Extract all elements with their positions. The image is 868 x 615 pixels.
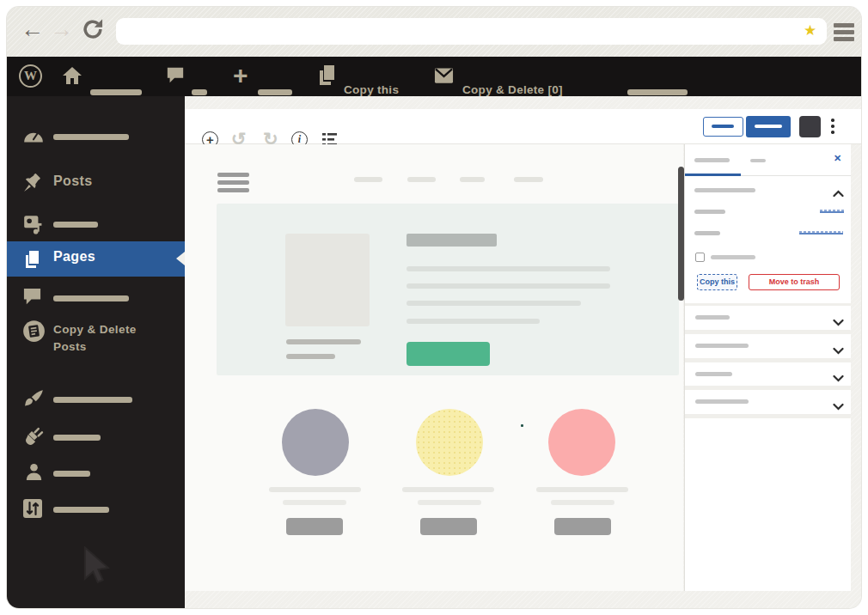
comment-bubble-icon[interactable] bbox=[166, 66, 185, 88]
admin-bar-copy-this[interactable]: Copy this bbox=[344, 83, 399, 96]
card-button[interactable] bbox=[420, 518, 477, 535]
plus-icon[interactable]: + bbox=[233, 61, 248, 90]
accordion-row[interactable] bbox=[685, 306, 851, 330]
field-value-link[interactable] bbox=[799, 231, 843, 234]
avatar-circle-yellow bbox=[416, 409, 483, 476]
checkbox[interactable] bbox=[695, 253, 705, 262]
site-name-placeholder[interactable] bbox=[90, 89, 142, 95]
text-line-placeholder bbox=[536, 487, 628, 492]
sidebar-posts-label: Posts bbox=[53, 174, 93, 189]
publish-button[interactable] bbox=[746, 116, 791, 137]
panel-scrollbar[interactable] bbox=[678, 167, 684, 301]
sidebar-item-posts[interactable]: Posts bbox=[7, 172, 185, 196]
plugin-icon bbox=[22, 426, 45, 448]
refresh-button[interactable] bbox=[81, 16, 105, 46]
admin-bar-copy-delete[interactable]: Copy & Delete [0] bbox=[462, 83, 563, 96]
kebab-menu-icon bbox=[831, 119, 834, 122]
menu-label-placeholder bbox=[53, 222, 98, 228]
image-placeholder bbox=[285, 234, 370, 326]
accordion-label-placeholder bbox=[695, 399, 749, 404]
wordpress-logo-icon[interactable]: W bbox=[19, 64, 42, 88]
forward-button[interactable]: → bbox=[50, 18, 73, 41]
new-item-placeholder[interactable] bbox=[258, 89, 292, 95]
sidebar-item-comments[interactable] bbox=[7, 287, 185, 311]
panel-copy-this-button[interactable]: Copy this bbox=[697, 274, 737, 290]
pages-icon bbox=[22, 249, 45, 271]
document-section: Copy this Move to trash bbox=[685, 176, 851, 303]
field-value-link[interactable] bbox=[820, 210, 844, 213]
settings-toggle-button[interactable] bbox=[799, 116, 821, 137]
panel-tabs: ✕ bbox=[685, 144, 851, 176]
sidebar-item-settings[interactable] bbox=[7, 498, 185, 522]
copy-pages-icon[interactable] bbox=[316, 64, 337, 90]
address-bar[interactable]: ★ bbox=[116, 18, 827, 45]
nav-link-placeholder bbox=[407, 177, 436, 182]
pushpin-icon bbox=[22, 172, 45, 194]
browser-menu-button[interactable] bbox=[834, 23, 854, 44]
comments-icon bbox=[22, 287, 45, 309]
menu-label-placeholder bbox=[53, 507, 109, 513]
menu-label-placeholder bbox=[53, 471, 90, 477]
chevron-down-icon bbox=[833, 370, 844, 378]
envelope-icon[interactable] bbox=[434, 67, 454, 88]
sidebar-item-media[interactable] bbox=[7, 213, 185, 237]
chevron-up-icon[interactable] bbox=[833, 186, 844, 193]
accordion-row[interactable] bbox=[685, 334, 851, 358]
avatar-circle-pink bbox=[548, 409, 615, 476]
screenshot-stage: ← → ★ W + bbox=[0, 0, 868, 615]
avatar-circle-purple bbox=[282, 409, 349, 476]
caption-placeholder bbox=[286, 339, 361, 344]
sidebar-item-copy-delete-posts[interactable]: Copy & Delete Posts bbox=[7, 320, 185, 364]
move-to-trash-button[interactable]: Move to trash bbox=[749, 274, 840, 290]
sidebar-item-users[interactable] bbox=[7, 462, 185, 486]
admin-bar-placeholder bbox=[627, 89, 688, 95]
nav-link-placeholder bbox=[514, 177, 543, 182]
comments-count-placeholder[interactable] bbox=[192, 89, 207, 95]
page-canvas bbox=[185, 144, 683, 591]
text-line-placeholder bbox=[406, 301, 581, 306]
page-menu-icon bbox=[217, 173, 249, 196]
mouse-cursor bbox=[80, 546, 111, 589]
menu-label-placeholder bbox=[53, 295, 129, 301]
button-label-placeholder bbox=[755, 125, 782, 128]
hero-cta-button[interactable] bbox=[406, 342, 490, 366]
tab-document[interactable] bbox=[694, 158, 730, 162]
accordion-label-placeholder bbox=[695, 372, 732, 376]
checkbox-label-placeholder bbox=[711, 255, 755, 259]
button-label-placeholder bbox=[712, 125, 734, 128]
accordion-row[interactable] bbox=[685, 362, 851, 386]
home-icon[interactable] bbox=[62, 65, 83, 89]
save-draft-button[interactable] bbox=[703, 117, 743, 137]
back-button[interactable]: ← bbox=[21, 18, 44, 41]
menu-label-placeholder bbox=[53, 435, 101, 441]
appearance-brush-icon bbox=[22, 388, 45, 411]
sidebar-copy-delete-posts-label: Copy & Delete Posts bbox=[53, 321, 156, 355]
copy-delete-doc-icon bbox=[22, 320, 45, 342]
card-button[interactable] bbox=[554, 518, 611, 535]
sidebar-item-plugins[interactable] bbox=[7, 426, 185, 450]
tab-block[interactable] bbox=[750, 159, 766, 162]
users-icon bbox=[24, 462, 46, 484]
accordion-label-placeholder bbox=[695, 344, 749, 348]
field-label-placeholder bbox=[694, 210, 725, 214]
menu-label-placeholder bbox=[53, 397, 132, 403]
sidebar-item-appearance[interactable] bbox=[7, 388, 185, 412]
card-button[interactable] bbox=[286, 518, 343, 535]
sidebar-item-pages[interactable]: Pages bbox=[7, 241, 185, 277]
wp-admin-bar: W + Copy this Copy & Delete [0] bbox=[7, 57, 861, 96]
accordion-row[interactable] bbox=[685, 390, 851, 414]
dashboard-gauge-icon bbox=[22, 125, 45, 148]
bookmark-star-icon[interactable]: ★ bbox=[804, 21, 816, 40]
chevron-down-icon bbox=[833, 314, 844, 322]
text-line-placeholder bbox=[283, 500, 346, 505]
close-icon[interactable]: ✕ bbox=[834, 153, 841, 164]
options-menu-button[interactable] bbox=[831, 119, 834, 137]
text-line-placeholder bbox=[402, 487, 494, 492]
chevron-down-icon bbox=[833, 343, 844, 350]
section-title-placeholder bbox=[694, 188, 755, 192]
tiny-dot bbox=[521, 424, 523, 427]
nav-link-placeholder bbox=[460, 177, 485, 182]
address-input[interactable] bbox=[125, 21, 795, 41]
sidebar-item-dashboard[interactable] bbox=[7, 125, 185, 149]
settings-panel: ✕ Copy this Move to trash bbox=[684, 144, 850, 591]
